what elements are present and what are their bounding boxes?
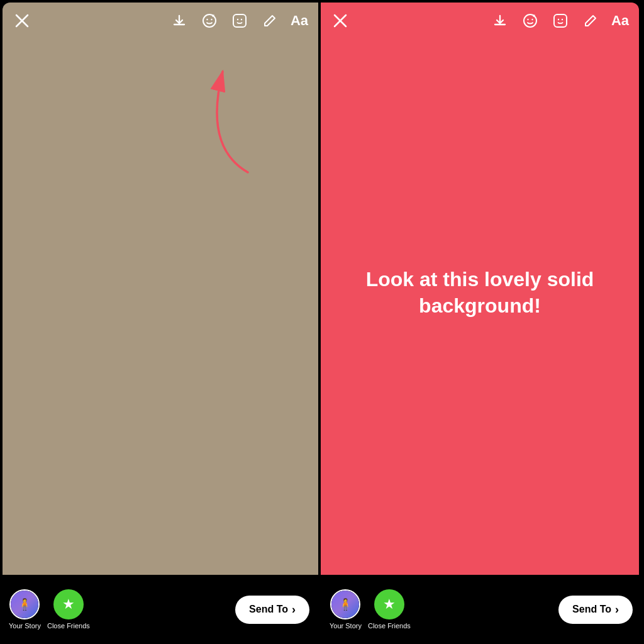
left-close-friends-label: Close Friends bbox=[47, 622, 90, 630]
right-draw-icon[interactable] bbox=[581, 11, 600, 30]
left-close-friends[interactable]: ★ Close Friends bbox=[47, 589, 90, 630]
svg-point-15 bbox=[558, 19, 559, 20]
svg-point-16 bbox=[562, 19, 563, 20]
left-your-story-label: Your Story bbox=[9, 622, 41, 630]
left-star-icon: ★ bbox=[62, 596, 75, 613]
svg-rect-14 bbox=[554, 14, 567, 27]
right-toolbar: Aa bbox=[321, 3, 639, 39]
right-your-story[interactable]: 🧍 Your Story bbox=[330, 589, 362, 630]
left-arrow-annotation bbox=[166, 59, 279, 185]
right-avatar-image: 🧍 bbox=[331, 591, 359, 618]
left-face-sticker-icon[interactable] bbox=[230, 11, 249, 30]
right-chevron-right-icon: › bbox=[615, 603, 619, 616]
left-emoji-sticker-icon[interactable] bbox=[200, 11, 219, 30]
right-your-story-avatar: 🧍 bbox=[330, 589, 360, 619]
svg-point-7 bbox=[241, 19, 242, 20]
svg-point-3 bbox=[206, 19, 208, 20]
right-text-tool[interactable]: Aa bbox=[611, 13, 629, 29]
left-draw-icon[interactable] bbox=[260, 11, 279, 30]
svg-point-6 bbox=[237, 19, 238, 20]
left-close-friends-circle: ★ bbox=[53, 589, 84, 619]
right-bottom-bar: 🧍 Your Story ★ Close Friends Send To › bbox=[321, 575, 641, 644]
right-story-canvas: Aa Look at this lovely solid background! bbox=[321, 3, 639, 575]
svg-rect-5 bbox=[233, 14, 246, 27]
left-chevron-right-icon: › bbox=[292, 603, 296, 616]
right-send-to-button[interactable]: Send To › bbox=[558, 596, 633, 624]
left-your-story-avatar: 🧍 bbox=[9, 589, 40, 619]
right-your-story-label: Your Story bbox=[330, 622, 362, 630]
right-emoji-sticker-icon[interactable] bbox=[521, 11, 540, 30]
left-bottom-bar: 🧍 Your Story ★ Close Friends Send To › bbox=[0, 575, 318, 644]
right-close-friends-label: Close Friends bbox=[368, 622, 411, 630]
left-your-story[interactable]: 🧍 Your Story bbox=[9, 589, 41, 630]
left-download-icon[interactable] bbox=[170, 11, 189, 30]
right-face-sticker-icon[interactable] bbox=[551, 11, 570, 30]
left-close-button[interactable] bbox=[13, 11, 31, 30]
svg-point-13 bbox=[531, 19, 533, 20]
left-text-tool[interactable]: Aa bbox=[291, 13, 308, 29]
right-star-icon: ★ bbox=[383, 596, 396, 613]
left-avatar-image: 🧍 bbox=[11, 591, 38, 618]
left-toolbar: Aa bbox=[3, 3, 318, 39]
svg-point-4 bbox=[211, 19, 212, 20]
right-story-text: Look at this lovely solid background! bbox=[360, 267, 599, 319]
right-close-button[interactable] bbox=[331, 11, 350, 30]
right-close-friends-circle: ★ bbox=[374, 589, 404, 619]
right-download-icon[interactable] bbox=[491, 11, 509, 30]
right-close-friends[interactable]: ★ Close Friends bbox=[368, 589, 411, 630]
left-story-canvas: Aa bbox=[3, 3, 318, 575]
left-send-to-button[interactable]: Send To › bbox=[235, 596, 309, 624]
svg-point-12 bbox=[527, 19, 528, 20]
